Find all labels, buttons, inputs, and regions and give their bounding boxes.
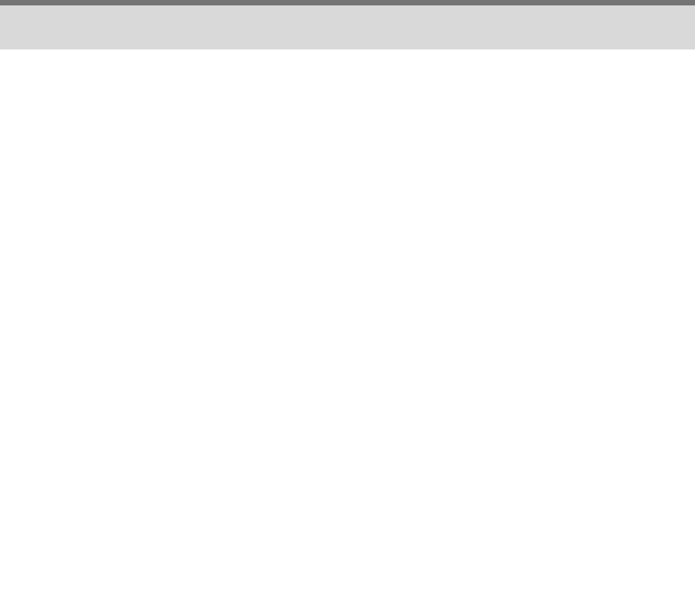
wiring-diagram [0, 0, 695, 616]
